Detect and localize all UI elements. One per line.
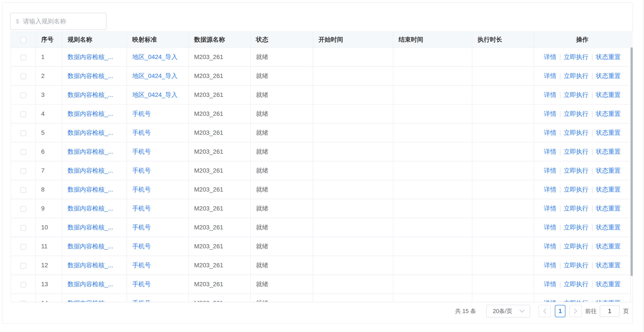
detail-link[interactable]: 详情 xyxy=(544,243,556,250)
execute-now-link[interactable]: 立即执行 xyxy=(564,129,588,136)
search-input[interactable]: $ 请输入规则名称 xyxy=(10,13,106,30)
next-page-button[interactable] xyxy=(570,305,582,317)
mapping-standard-link[interactable]: 地区_0424_导入 xyxy=(132,72,178,79)
status-reset-link[interactable]: 状态重置 xyxy=(596,129,621,136)
row-checkbox[interactable] xyxy=(20,206,26,212)
row-checkbox[interactable] xyxy=(20,149,26,155)
mapping-standard-link[interactable]: 手机号 xyxy=(132,300,151,302)
status-reset-link[interactable]: 状态重置 xyxy=(596,224,621,231)
prev-page-button[interactable] xyxy=(538,305,551,317)
row-checkbox[interactable] xyxy=(20,187,26,193)
status-reset-link[interactable]: 状态重置 xyxy=(596,72,621,79)
execute-now-link[interactable]: 立即执行 xyxy=(564,91,588,98)
detail-link[interactable]: 详情 xyxy=(544,281,556,288)
mapping-standard-link[interactable]: 手机号 xyxy=(132,281,151,288)
execute-now-link[interactable]: 立即执行 xyxy=(564,148,588,155)
rule-name-link[interactable]: 数据内容检核_... xyxy=(68,281,113,288)
rule-name-link[interactable]: 数据内容检核_... xyxy=(68,224,113,231)
status-reset-link[interactable]: 状态重置 xyxy=(596,167,621,174)
mapping-standard-link[interactable]: 地区_0424_导入 xyxy=(132,54,178,60)
detail-link[interactable]: 详情 xyxy=(544,224,556,231)
mapping-standard-link[interactable]: 手机号 xyxy=(132,148,151,155)
select-all-checkbox[interactable] xyxy=(20,37,26,43)
execute-now-link[interactable]: 立即执行 xyxy=(564,110,588,117)
status-reset-link[interactable]: 状态重置 xyxy=(596,243,621,250)
row-checkbox[interactable] xyxy=(20,54,26,60)
page-number-1[interactable]: 1 xyxy=(555,305,566,317)
page-size-select[interactable]: 20条/页 xyxy=(486,305,530,318)
cell-start-time xyxy=(313,275,393,294)
row-checkbox[interactable] xyxy=(20,244,26,250)
execute-now-link[interactable]: 立即执行 xyxy=(564,186,588,193)
row-checkbox[interactable] xyxy=(20,225,26,231)
status-reset-link[interactable]: 状态重置 xyxy=(596,205,621,212)
status-reset-link[interactable]: 状态重置 xyxy=(596,110,621,117)
rule-name-link[interactable]: 数据内容检核_... xyxy=(68,300,113,302)
status-reset-link[interactable]: 状态重置 xyxy=(596,186,621,193)
status-reset-link[interactable]: 状态重置 xyxy=(596,91,621,98)
row-checkbox[interactable] xyxy=(20,130,26,136)
mapping-standard-link[interactable]: 地区_0424_导入 xyxy=(132,91,178,98)
row-checkbox[interactable] xyxy=(20,92,26,98)
mapping-standard-link[interactable]: 手机号 xyxy=(132,110,151,117)
goto-page-input[interactable]: 1 xyxy=(600,305,620,317)
rule-name-link[interactable]: 数据内容检核_... xyxy=(68,186,113,193)
status-reset-link[interactable]: 状态重置 xyxy=(596,300,621,302)
detail-link[interactable]: 详情 xyxy=(544,54,556,60)
rule-name-link[interactable]: 数据内容检核_... xyxy=(68,262,113,268)
detail-link[interactable]: 详情 xyxy=(544,205,556,212)
detail-link[interactable]: 详情 xyxy=(544,110,556,117)
rule-name-link[interactable]: 数据内容检核_... xyxy=(68,205,113,212)
detail-link[interactable]: 详情 xyxy=(544,300,556,302)
cell-rule-name: 数据内容检核_... xyxy=(62,180,127,199)
detail-link[interactable]: 详情 xyxy=(544,72,556,79)
rule-name-link[interactable]: 数据内容检核_... xyxy=(68,243,113,250)
detail-link[interactable]: 详情 xyxy=(544,148,556,155)
rule-name-link[interactable]: 数据内容检核_... xyxy=(68,110,113,117)
row-checkbox[interactable] xyxy=(20,301,26,302)
row-checkbox[interactable] xyxy=(20,263,26,268)
detail-link[interactable]: 详情 xyxy=(544,167,556,174)
mapping-standard-link[interactable]: 手机号 xyxy=(132,167,151,174)
detail-link[interactable]: 详情 xyxy=(544,129,556,136)
mapping-standard-link[interactable]: 手机号 xyxy=(132,186,151,193)
cell-end-time xyxy=(393,86,472,104)
cell-mapping-standard: 手机号 xyxy=(127,104,188,123)
cell-index: 2 xyxy=(36,66,62,86)
status-reset-link[interactable]: 状态重置 xyxy=(596,54,621,60)
execute-now-link[interactable]: 立即执行 xyxy=(564,54,588,60)
rule-name-link[interactable]: 数据内容检核_... xyxy=(68,54,113,60)
execute-now-link[interactable]: 立即执行 xyxy=(564,300,588,302)
rule-name-link[interactable]: 数据内容检核_... xyxy=(68,167,113,174)
detail-link[interactable]: 详情 xyxy=(544,262,556,268)
mapping-standard-link[interactable]: 手机号 xyxy=(132,262,151,268)
status-reset-link[interactable]: 状态重置 xyxy=(596,262,621,268)
execute-now-link[interactable]: 立即执行 xyxy=(564,224,588,231)
rule-name-link[interactable]: 数据内容检核_... xyxy=(68,129,113,136)
row-checkbox[interactable] xyxy=(20,282,26,288)
status-reset-link[interactable]: 状态重置 xyxy=(596,281,621,288)
detail-link[interactable]: 详情 xyxy=(544,91,556,98)
row-checkbox[interactable] xyxy=(20,168,26,174)
mapping-standard-link[interactable]: 手机号 xyxy=(132,205,151,212)
row-checkbox[interactable] xyxy=(20,74,26,79)
status-reset-link[interactable]: 状态重置 xyxy=(596,148,621,155)
execute-now-link[interactable]: 立即执行 xyxy=(564,281,588,288)
cell-rule-name: 数据内容检核_... xyxy=(62,161,127,180)
execute-now-link[interactable]: 立即执行 xyxy=(564,167,588,174)
execute-now-link[interactable]: 立即执行 xyxy=(564,205,588,212)
rule-name-link[interactable]: 数据内容检核_... xyxy=(68,72,113,79)
row-checkbox[interactable] xyxy=(20,112,26,117)
execute-now-link[interactable]: 立即执行 xyxy=(564,243,588,250)
mapping-standard-link[interactable]: 手机号 xyxy=(132,129,151,136)
mapping-standard-link[interactable]: 手机号 xyxy=(132,243,151,250)
vertical-scrollbar-thumb[interactable] xyxy=(630,47,633,276)
cell-datasource-name: M203_261 xyxy=(188,142,250,161)
rule-name-link[interactable]: 数据内容检核_... xyxy=(68,91,113,98)
rule-name-link[interactable]: 数据内容检核_... xyxy=(68,148,113,155)
execute-now-link[interactable]: 立即执行 xyxy=(564,72,588,79)
detail-link[interactable]: 详情 xyxy=(544,186,556,193)
cell-operations: 详情立即执行状态重置 xyxy=(534,218,630,237)
mapping-standard-link[interactable]: 手机号 xyxy=(132,224,151,231)
execute-now-link[interactable]: 立即执行 xyxy=(564,262,588,268)
